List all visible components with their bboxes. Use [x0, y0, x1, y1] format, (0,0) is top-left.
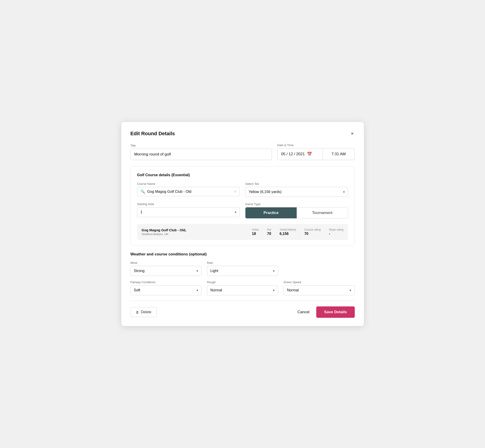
datetime-field-group: Date & Time 05 / 12 / 2021 📅 7:31 AM — [277, 144, 355, 160]
slope-rating-value: - — [329, 232, 330, 236]
course-info-card: Gog Magog Golf Club - Old, Shelford Bott… — [137, 224, 348, 240]
par-label: Par — [267, 228, 271, 231]
yards-label: Yards(Yellow) — [280, 228, 296, 231]
yards-value: 6,156 — [280, 232, 289, 236]
course-name-input[interactable] — [147, 190, 232, 194]
clear-course-icon[interactable]: × — [234, 190, 236, 194]
fairway-value: Soft — [134, 288, 140, 292]
fairway-label: Fairway Conditions — [130, 280, 202, 284]
date-input[interactable]: 05 / 12 / 2021 📅 — [277, 148, 323, 160]
starting-hole-group: Starting Hole 1 ▾ — [137, 202, 240, 218]
slope-rating-label: Slope rating — [329, 228, 343, 231]
time-input[interactable]: 7:31 AM — [323, 148, 355, 160]
rain-value: Light — [210, 269, 218, 273]
chevron-down-icon-3: ▾ — [196, 269, 198, 273]
course-search-wrap[interactable]: 🔍 × — [137, 187, 240, 196]
course-info-location: Shelford Bottom, UK — [142, 232, 252, 236]
rough-label: Rough — [207, 280, 278, 284]
close-button[interactable]: × — [350, 130, 355, 137]
weather-section-title: Weather and course conditions (optional) — [130, 252, 355, 256]
course-rating-value: 70 — [304, 232, 308, 236]
spacer — [283, 261, 355, 276]
starting-hole-value: 1 — [140, 210, 143, 214]
stat-yards: Yards(Yellow) 6,156 — [280, 228, 296, 236]
fairway-dropdown[interactable]: Soft ▾ — [130, 285, 202, 295]
wind-label: Wind — [130, 261, 202, 264]
cancel-button[interactable]: Cancel — [295, 307, 312, 317]
golf-course-section: Golf Course details (Essential) Course N… — [130, 166, 355, 246]
stat-course-rating: Course rating 70 — [304, 228, 321, 236]
starting-hole-label: Starting Hole — [137, 202, 240, 206]
course-name-group: Course Name 🔍 × — [137, 182, 240, 197]
select-tee-label: Select Tee — [245, 182, 348, 185]
green-speed-value: Normal — [287, 288, 299, 292]
stat-holes: Holes 18 — [252, 228, 259, 236]
footer-row: 🗑 Delete Cancel Save Details — [130, 306, 355, 318]
calendar-icon: 📅 — [307, 152, 312, 157]
green-speed-group: Green Speed Normal ▾ — [283, 280, 355, 295]
holes-value: 18 — [252, 232, 256, 236]
rain-dropdown[interactable]: Light ▾ — [207, 266, 278, 276]
wind-rain-row: Wind Strong ▾ Rain Light ▾ — [130, 261, 355, 276]
par-value: 70 — [267, 232, 271, 236]
hole-gametype-row: Starting Hole 1 ▾ Game Type Practice Tou… — [137, 202, 348, 218]
stat-slope-rating: Slope rating - — [329, 228, 343, 236]
search-icon: 🔍 — [140, 189, 145, 194]
chevron-down-icon-2: ▾ — [235, 210, 236, 214]
tournament-button[interactable]: Tournament — [297, 207, 348, 218]
stat-par: Par 70 — [267, 228, 271, 236]
title-input[interactable] — [130, 149, 272, 160]
rough-group: Rough Normal ▾ — [207, 280, 278, 295]
conditions-row: Fairway Conditions Soft ▾ Rough Normal ▾… — [130, 280, 355, 295]
course-info-name-text: Gog Magog Golf Club - Old, — [142, 228, 252, 232]
delete-label: Delete — [141, 310, 151, 314]
holes-label: Holes — [252, 228, 259, 231]
top-fields-row: Title Date & Time 05 / 12 / 2021 📅 7:31 … — [130, 144, 355, 160]
footer-right: Cancel Save Details — [295, 306, 355, 318]
wind-group: Wind Strong ▾ — [130, 261, 202, 276]
edit-round-modal: Edit Round Details × Title Date & Time 0… — [121, 122, 364, 326]
datetime-label: Date & Time — [277, 144, 355, 147]
wind-value: Strong — [134, 269, 145, 273]
time-value: 7:31 AM — [331, 152, 346, 156]
course-stats: Holes 18 Par 70 Yards(Yellow) 6,156 Cour… — [252, 228, 343, 236]
rough-value: Normal — [210, 288, 222, 292]
course-name-label: Course Name — [137, 182, 240, 185]
modal-header: Edit Round Details × — [130, 130, 355, 137]
chevron-down-icon-7: ▾ — [349, 288, 351, 292]
practice-button[interactable]: Practice — [245, 207, 297, 218]
wind-dropdown[interactable]: Strong ▾ — [130, 266, 202, 276]
chevron-down-icon-6: ▾ — [273, 288, 275, 292]
chevron-down-icon-5: ▾ — [196, 288, 198, 292]
weather-section: Weather and course conditions (optional)… — [130, 252, 355, 295]
course-rating-label: Course rating — [304, 228, 321, 231]
game-type-group: Game Type Practice Tournament — [245, 202, 348, 218]
modal-title: Edit Round Details — [130, 131, 175, 136]
trash-icon: 🗑 — [136, 310, 139, 314]
game-type-toggle: Practice Tournament — [245, 207, 348, 218]
select-tee-group: Select Tee Yellow (6,156 yards) ▾ — [245, 182, 348, 197]
date-value: 05 / 12 / 2021 — [281, 152, 305, 156]
chevron-down-icon: ▾ — [343, 190, 345, 194]
rain-group: Rain Light ▾ — [207, 261, 278, 276]
footer-divider — [130, 301, 355, 301]
select-tee-value: Yellow (6,156 yards) — [249, 190, 282, 194]
green-speed-label: Green Speed — [283, 280, 355, 284]
golf-course-section-title: Golf Course details (Essential) — [137, 173, 348, 177]
save-button[interactable]: Save Details — [316, 306, 355, 318]
datetime-inputs: 05 / 12 / 2021 📅 7:31 AM — [277, 148, 355, 160]
title-field-group: Title — [130, 144, 272, 160]
rough-dropdown[interactable]: Normal ▾ — [207, 285, 278, 295]
course-info-name: Gog Magog Golf Club - Old, Shelford Bott… — [142, 228, 252, 236]
chevron-down-icon-4: ▾ — [273, 269, 275, 273]
game-type-label: Game Type — [245, 202, 348, 206]
course-tee-row: Course Name 🔍 × Select Tee Yellow (6,156… — [137, 182, 348, 197]
starting-hole-dropdown[interactable]: 1 ▾ — [137, 207, 240, 217]
green-speed-dropdown[interactable]: Normal ▾ — [283, 285, 355, 295]
delete-button[interactable]: 🗑 Delete — [130, 307, 157, 317]
fairway-group: Fairway Conditions Soft ▾ — [130, 280, 202, 295]
rain-label: Rain — [207, 261, 278, 264]
title-label: Title — [130, 144, 272, 147]
select-tee-dropdown[interactable]: Yellow (6,156 yards) ▾ — [245, 187, 348, 197]
